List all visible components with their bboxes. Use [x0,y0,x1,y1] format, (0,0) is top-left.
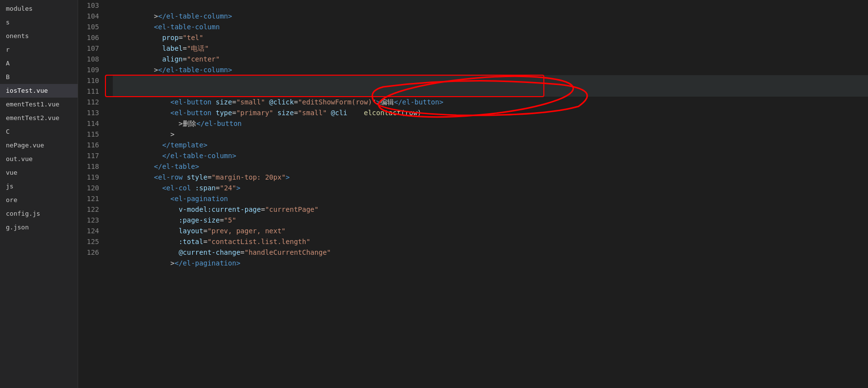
sidebar-item-out[interactable]: out.vue [0,152,78,166]
code-line-126: ></el-pagination> [113,247,868,258]
sidebar-item-vue[interactable]: vue [0,166,78,180]
sidebar-item-s[interactable]: s [0,16,78,29]
code-line-117: </el-table> [113,150,868,161]
code-line-103: ></el-table-column> [113,0,868,11]
sidebar-item-config[interactable]: config.js [0,207,78,221]
code-line-124: :total="contactList.list.length" [113,225,868,236]
sidebar-item-ore[interactable]: ore [0,193,78,207]
line-numbers: 103 104 105 106 107 108 109 110 111 112 … [78,0,105,388]
sidebar-item-js[interactable]: js [0,180,78,193]
sidebar-item-A[interactable]: A [0,57,78,70]
file-sidebar: modules s onents r A B iosTest.vue ement… [0,0,78,388]
sidebar-item-ementTest2[interactable]: ementTest2.vue [0,111,78,125]
code-line-121: v-model:current-page="currentPage" [113,193,868,204]
code-line-123: layout="prev, pager, next" [113,215,868,225]
sidebar-item-r[interactable]: r [0,43,78,57]
sidebar-item-iosTest[interactable]: iosTest.vue [0,84,78,98]
code-line-106: label="电话" [113,32,868,43]
code-line-116: </el-table-column> [113,140,868,150]
code-line-110: <template #default="{ row }"> [113,75,868,86]
code-line-108: ></el-table-column> [113,54,868,64]
sidebar-item-C[interactable]: C [0,125,78,139]
sidebar-item-nePage[interactable]: nePage.vue [0,139,78,152]
sidebar-item-gjson[interactable]: g.json [0,221,78,234]
sidebar-item-ementTest1[interactable]: ementTest1.vue [0,98,78,111]
code-line-114: > [113,118,868,129]
code-line-125: @current-change="handleCurrentChange" [113,236,868,247]
sidebar-item-modules[interactable]: modules [0,2,78,16]
sidebar-item-B[interactable]: B [0,70,78,84]
code-line-107: align="center" [113,43,868,54]
code-line-109: <el-table-column label="操作" width="150" … [113,64,868,75]
code-line-104: <el-table-column [113,11,868,21]
code-line-120: <el-pagination [113,183,868,193]
code-editor: 103 104 105 106 107 108 109 110 111 112 … [78,0,868,388]
code-line-119: <el-col :span="24"> [113,172,868,183]
code-line-105: prop="tel" [113,21,868,32]
code-line-118: <el-row style="margin-top: 20px"> [113,161,868,172]
code-line-112: <el-button type="primary" size="small" @… [113,97,868,107]
sidebar-item-onents[interactable]: onents [0,29,78,43]
code-line-122: :page-size="5" [113,204,868,215]
code-line-111: <el-button size="small" @click="editShow… [113,86,868,97]
code-content[interactable]: ></el-table-column> <el-table-column pro… [105,0,868,388]
code-line-113: >删除</el-button [113,107,868,118]
code-line-115: </template> [113,129,868,140]
